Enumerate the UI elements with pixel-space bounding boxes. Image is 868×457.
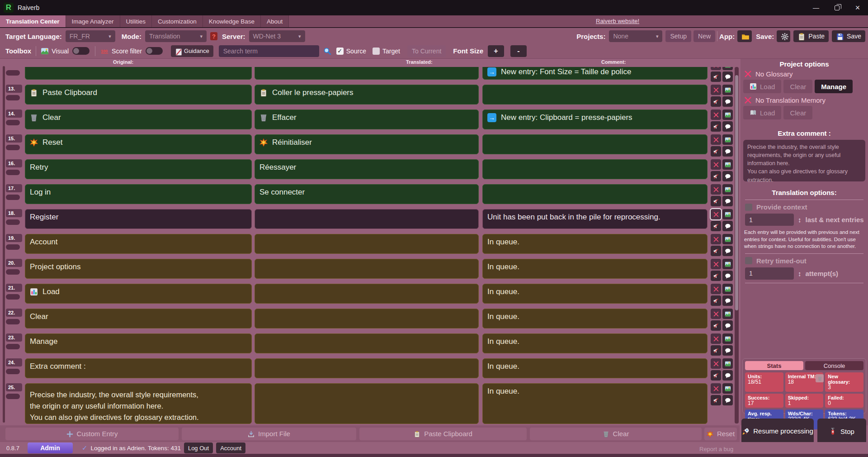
row-image-button[interactable] xyxy=(722,284,733,294)
row-image-button[interactable] xyxy=(722,383,733,394)
clear-internal-tm-button[interactable] xyxy=(816,374,824,382)
row-status-chip[interactable] xyxy=(6,294,20,300)
row-comment-button[interactable] xyxy=(722,295,733,306)
website-link[interactable]: Raiverb website! xyxy=(596,18,639,24)
report-a-bug-button[interactable]: Report a bug xyxy=(695,443,737,454)
restore-button[interactable] xyxy=(826,0,847,15)
original-cell[interactable]: Project options xyxy=(25,259,252,279)
delete-row-button[interactable] xyxy=(711,333,721,344)
font-size-decrease-button[interactable]: - xyxy=(510,45,527,57)
row-comment-button[interactable] xyxy=(722,345,733,356)
translated-cell[interactable]: Réinitialiser xyxy=(255,134,479,154)
to-current-button[interactable]: To Current xyxy=(407,45,446,57)
stats-panel-tab-console[interactable]: Console xyxy=(805,361,863,370)
row-mute-button[interactable] xyxy=(711,271,721,281)
font-size-increase-button[interactable]: + xyxy=(488,45,504,57)
tab-about[interactable]: About xyxy=(261,15,289,27)
save-button[interactable]: Save xyxy=(832,30,865,42)
original-cell[interactable]: Clear xyxy=(25,109,252,129)
row-mute-button[interactable] xyxy=(711,320,721,331)
projects-select[interactable]: None▾ xyxy=(609,30,662,42)
resume-processing-button[interactable]: Resume processing xyxy=(741,419,814,444)
row-number-chip[interactable]: 21. xyxy=(6,284,22,292)
row-mute-button[interactable] xyxy=(711,246,721,256)
row-number-chip[interactable]: 14. xyxy=(6,109,22,118)
mode-select[interactable]: Translation▾ xyxy=(145,30,207,42)
translated-cell[interactable]: Coller le presse-papiers xyxy=(255,85,479,105)
row-mute-button[interactable] xyxy=(711,395,721,405)
row-mute-button[interactable] xyxy=(711,370,721,381)
row-image-button[interactable] xyxy=(722,159,733,170)
comment-cell[interactable]: In queue. xyxy=(482,259,708,279)
translated-cell[interactable]: Réessayer xyxy=(255,159,479,179)
context-count-input[interactable]: 1 xyxy=(745,214,794,226)
spinner-arrows-icon[interactable]: ↕ xyxy=(798,270,802,277)
delete-row-button[interactable] xyxy=(711,209,721,219)
row-status-chip[interactable] xyxy=(6,170,20,175)
stats-panel-tab-stats[interactable]: Stats xyxy=(745,361,803,370)
search-icon[interactable] xyxy=(323,47,331,55)
comment-cell[interactable]: →New entry: Font Size = Taille de police xyxy=(482,67,708,80)
row-number-chip[interactable]: 15. xyxy=(6,134,22,143)
row-number-chip[interactable]: 18. xyxy=(6,209,22,217)
row-comment-button[interactable] xyxy=(722,196,733,206)
tab-translation-center[interactable]: Translation Center xyxy=(0,15,66,27)
tab-customization[interactable]: Customization xyxy=(152,15,203,27)
row-comment-button[interactable] xyxy=(722,271,733,281)
delete-row-button[interactable] xyxy=(711,259,721,269)
original-cell[interactable]: Log in xyxy=(25,184,252,204)
minimize-button[interactable]: — xyxy=(806,0,826,15)
original-cell[interactable]: Clear xyxy=(25,309,252,328)
delete-row-button[interactable] xyxy=(711,109,721,120)
comment-cell[interactable]: In queue. xyxy=(482,309,708,328)
translated-cell[interactable] xyxy=(255,209,479,229)
translated-cell[interactable] xyxy=(255,309,479,328)
original-cell[interactable]: Register xyxy=(25,209,252,229)
extra-comment-textarea[interactable]: Precise the industry, the overall style … xyxy=(743,140,865,181)
row-image-button[interactable] xyxy=(722,134,733,145)
retry-count-input[interactable]: 1 xyxy=(745,267,794,280)
row-status-chip[interactable] xyxy=(6,70,20,76)
row-number-chip[interactable]: 17. xyxy=(6,184,22,192)
visual-toggle[interactable] xyxy=(72,47,90,55)
original-cell[interactable]: Manage xyxy=(25,333,252,353)
row-status-chip[interactable] xyxy=(6,269,20,275)
row-image-button[interactable] xyxy=(722,333,733,344)
row-mute-button[interactable] xyxy=(711,121,721,132)
row-number-chip[interactable]: 20. xyxy=(6,259,22,267)
comment-cell[interactable]: Unit has been put back in the pile for r… xyxy=(482,209,708,229)
original-cell[interactable]: Extra comment : xyxy=(25,358,252,378)
row-image-button[interactable] xyxy=(722,184,733,195)
row-status-chip[interactable] xyxy=(6,344,20,349)
paste-clipboard-button[interactable]: Paste Clipboard xyxy=(359,428,527,440)
comment-cell[interactable]: →New entry: Clipboard = presse-papiers xyxy=(482,109,708,129)
row-status-chip[interactable] xyxy=(6,219,20,225)
tm-load-button[interactable]: Load xyxy=(743,106,781,119)
row-image-button[interactable] xyxy=(722,67,733,70)
row-comment-button[interactable] xyxy=(722,246,733,256)
log-out-button[interactable]: Log Out xyxy=(184,443,213,453)
close-button[interactable]: × xyxy=(847,0,868,15)
delete-row-button[interactable] xyxy=(711,85,721,95)
paste-button[interactable]: Paste xyxy=(793,30,829,42)
row-image-button[interactable] xyxy=(722,259,733,269)
row-mute-button[interactable] xyxy=(711,71,721,82)
row-mute-button[interactable] xyxy=(711,221,721,231)
comment-cell[interactable] xyxy=(482,85,708,105)
row-comment-button[interactable] xyxy=(722,121,733,132)
comment-cell[interactable] xyxy=(482,134,708,154)
original-cell[interactable]: Paste Clipboard xyxy=(25,85,252,105)
original-cell[interactable]: Retry xyxy=(25,159,252,179)
row-mute-button[interactable] xyxy=(711,146,721,157)
translated-cell[interactable] xyxy=(255,284,479,304)
original-cell[interactable]: Precise the industry, the overall style … xyxy=(25,383,252,424)
app-folder-button[interactable] xyxy=(737,30,752,42)
row-status-chip[interactable] xyxy=(6,145,20,150)
translated-cell[interactable] xyxy=(255,234,479,254)
search-input[interactable]: Search term xyxy=(219,45,319,57)
glossary-clear-button[interactable]: Clear xyxy=(783,80,812,93)
new-button[interactable]: New xyxy=(693,30,715,42)
row-mute-button[interactable] xyxy=(711,171,721,181)
import-file-button[interactable]: Import File xyxy=(182,428,356,440)
row-status-chip[interactable] xyxy=(6,394,20,399)
